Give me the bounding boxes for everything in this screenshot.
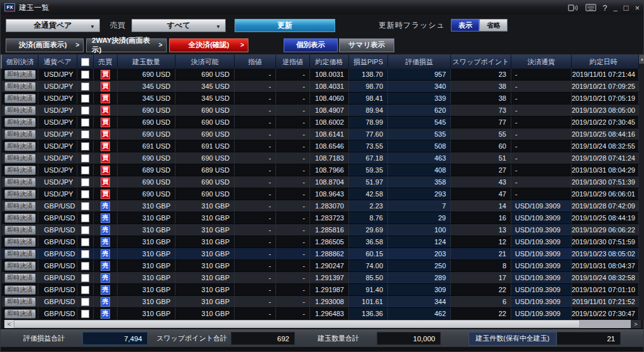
minimize-icon[interactable]: _ — [613, 4, 617, 11]
instant-close-button[interactable]: 即時決済 — [4, 285, 36, 295]
instant-close-button[interactable]: 即時決済 — [4, 142, 36, 151]
pips-cell: 29.69 — [349, 224, 388, 236]
table-row[interactable]: 即時決済USD/JPY買690 USD690 USD--108.870451.9… — [2, 176, 639, 188]
row-checkbox[interactable] — [81, 106, 89, 115]
row-checkbox[interactable] — [81, 166, 89, 174]
table-row[interactable]: 即時決済USD/JPY買690 USD690 USD--108.614177.6… — [2, 128, 639, 140]
chevron-right-icon: > — [158, 42, 162, 48]
table-row[interactable]: 即時決済USD/JPY買690 USD690 USD--108.964342.5… — [2, 188, 639, 200]
price-cell: 108.4060 — [310, 93, 349, 104]
table-row[interactable]: 即時決済GBP/USD売310 GBP310 GBP--1.29198791.4… — [2, 284, 639, 296]
instant-close-button[interactable]: 即時決済 — [4, 82, 36, 91]
help-icon[interactable]: ? — [602, 4, 607, 12]
view-individual-button[interactable]: 個別表示 — [284, 38, 338, 52]
row-checkbox[interactable] — [81, 142, 89, 150]
table-row[interactable]: 即時決済USD/JPY買345 USD345 USD--108.403198.7… — [2, 81, 639, 93]
scroll-right-icon[interactable]: > — [631, 320, 641, 328]
instant-close-button[interactable]: 即時決済 — [4, 178, 36, 187]
keyboard-icon[interactable] — [585, 4, 596, 12]
row-checkbox[interactable] — [81, 94, 89, 103]
stop-cell: - — [276, 296, 310, 307]
instant-close-button[interactable]: 即時決済 — [4, 190, 36, 199]
table-row[interactable]: 即時決済USD/JPY買345 USD345 USD--108.406098.4… — [2, 93, 639, 105]
table-row[interactable]: 即時決済GBP/USD売310 GBP310 GBP--1.293008101.… — [2, 296, 639, 308]
row-checkbox[interactable] — [81, 154, 89, 162]
row-checkbox[interactable] — [81, 250, 89, 258]
row-checkbox[interactable] — [81, 130, 89, 139]
table-row[interactable]: 即時決済USD/JPY買690 USD690 USD--108.600278.9… — [2, 116, 639, 128]
table-row[interactable]: 即時決済GBP/USD売310 GBP310 GBP--1.29024774.0… — [2, 260, 639, 272]
table-row[interactable]: 即時決済USD/JPY買690 USD690 USD--108.490789.9… — [2, 105, 639, 116]
table-row[interactable]: 即時決済GBP/USD売310 GBP310 GBP--1.28581629.6… — [2, 224, 639, 236]
row-checkbox[interactable] — [81, 226, 89, 234]
view-summary-button[interactable]: サマリ表示 — [339, 38, 394, 52]
instant-close-button[interactable]: 即時決済 — [4, 249, 36, 259]
row-checkbox[interactable] — [81, 178, 89, 186]
table-row[interactable]: 即時決済USD/JPY買691 USD691 USD--108.654673.5… — [2, 140, 639, 152]
close-screen-button[interactable]: 決済(画面表示) > — [6, 38, 84, 52]
instant-close-button[interactable]: 即時決済 — [4, 154, 36, 163]
row-checkbox[interactable] — [81, 214, 89, 222]
side-cell: 売 — [94, 308, 118, 319]
flash-show-button[interactable]: 表示 — [451, 19, 479, 31]
instant-close-button[interactable]: 即時決済 — [4, 213, 36, 223]
instant-close-button[interactable]: 即時決済 — [4, 70, 36, 79]
select-all-checkbox[interactable] — [81, 58, 89, 66]
instant-close-button[interactable]: 即時決済 — [4, 166, 36, 175]
table-row[interactable]: 即時決済USD/JPY買689 USD689 USD--108.796659.3… — [2, 164, 639, 176]
row-checkbox[interactable] — [81, 298, 89, 306]
instant-close-button[interactable]: 即時決済 — [4, 297, 36, 307]
instant-close-button[interactable]: 即時決済 — [4, 273, 36, 283]
settle-cell: - — [511, 93, 572, 104]
instant-close-button[interactable]: 即時決済 — [4, 130, 36, 139]
row-checkbox[interactable] — [81, 274, 89, 282]
horizontal-scrollbar[interactable]: < > — [4, 320, 641, 328]
vertical-scrollbar-right[interactable]: ▲ — [639, 55, 644, 320]
side-cell: 買 — [94, 128, 118, 140]
row-checkbox[interactable] — [81, 286, 89, 294]
time-cell: 2019/10/21 07:01:10 — [572, 284, 639, 295]
instant-close-button[interactable]: 即時決済 — [4, 261, 36, 271]
scroll-left-icon[interactable]: < — [4, 320, 14, 328]
table-row[interactable]: 即時決済GBP/USD売310 GBP310 GBP--1.2830702.23… — [2, 200, 639, 212]
table-row[interactable]: 即時決済GBP/USD売310 GBP310 GBP--1.2837238.76… — [2, 212, 639, 224]
row-checkbox[interactable] — [81, 310, 89, 318]
row-checkbox[interactable] — [81, 202, 89, 210]
row-checkbox[interactable] — [81, 118, 89, 127]
stop-cell: - — [276, 128, 310, 140]
instant-close-button[interactable]: 即時決済 — [4, 202, 36, 211]
table-row[interactable]: 即時決済USD/JPY買690 USD690 USD--108.0031138.… — [2, 69, 639, 81]
currency-pair-select[interactable]: 全通貨ペア ▼ — [6, 19, 100, 32]
table-row[interactable]: 即時決済GBP/USD売310 GBP310 GBP--1.296483136.… — [2, 308, 639, 320]
scroll-up-icon[interactable]: ▲ — [639, 55, 644, 64]
instant-close-button[interactable]: 即時決済 — [4, 225, 36, 235]
table-row[interactable]: 即時決済GBP/USD売310 GBP310 GBP--1.28650536.5… — [2, 236, 639, 248]
table-row[interactable]: 即時決済USD/JPY買690 USD690 USD--108.718367.1… — [2, 152, 639, 164]
row-checkbox[interactable] — [81, 190, 89, 198]
instant-close-button[interactable]: 即時決済 — [4, 106, 36, 115]
refresh-button[interactable]: 更新 — [235, 19, 335, 32]
settle-cell: - — [511, 164, 572, 176]
flash-omit-button[interactable]: 省略 — [479, 19, 508, 31]
row-checkbox[interactable] — [81, 82, 89, 91]
table-row[interactable]: 即時決済GBP/USD売310 GBP310 GBP--1.28886260.1… — [2, 248, 639, 260]
row-checkbox[interactable] — [81, 238, 89, 246]
close-all-button[interactable]: 全決済(確認) > — [169, 38, 248, 52]
close-2way-button[interactable]: 2WAY決済(画面表示) > — [86, 38, 167, 52]
swap-cell: 38 — [451, 81, 511, 92]
swap-cell: 60 — [451, 140, 511, 152]
maximize-icon[interactable]: □ — [624, 4, 629, 12]
side-select[interactable]: すべて ▼ — [131, 19, 226, 32]
instant-close-button[interactable]: 即時決済 — [4, 309, 36, 319]
row-checkbox[interactable] — [81, 71, 89, 79]
close-icon[interactable]: × — [635, 4, 640, 12]
action-cell: 即時決済 — [2, 296, 38, 307]
instant-close-button[interactable]: 即時決済 — [4, 237, 36, 247]
scrollbar-thumb[interactable] — [14, 320, 580, 328]
instant-close-button[interactable]: 即時決済 — [4, 94, 36, 103]
instant-close-button[interactable]: 即時決済 — [4, 118, 36, 127]
sound-notification-icon[interactable] — [567, 4, 579, 12]
row-checkbox[interactable] — [81, 262, 89, 270]
table-row[interactable]: 即時決済GBP/USD売310 GBP310 GBP--1.29139785.5… — [2, 272, 639, 284]
stop-cell: - — [276, 81, 310, 92]
